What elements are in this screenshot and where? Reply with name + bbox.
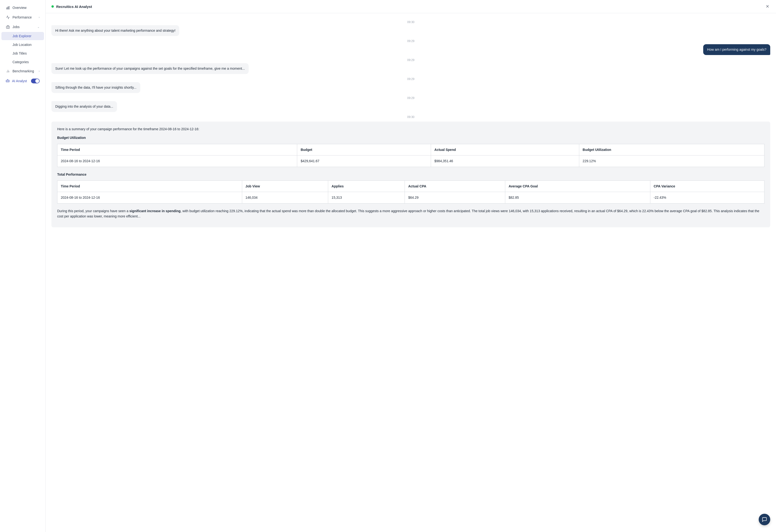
sidebar-item-jobs[interactable]: Jobs ⌄ xyxy=(1,22,44,31)
summary-intro: Here is a summary of your campaign perfo… xyxy=(57,126,764,132)
chevron-right-icon: › xyxy=(39,16,40,19)
chat-header: Recruitics AI Analyst ✕ xyxy=(46,0,776,13)
sidebar-item-ai-analyst[interactable]: AI Analyst xyxy=(1,76,44,86)
message-3: Sure! Let me look up the performance of … xyxy=(51,63,770,74)
cell-period-1: 2024-08-16 to 2024-12-16 xyxy=(57,156,297,167)
message-bubble-4: Sifting through the data, I'll have your… xyxy=(51,82,140,93)
cell-period-2: 2024-08-16 to 2024-12-16 xyxy=(57,192,242,203)
message-1: Hi there! Ask me anything about your tal… xyxy=(51,25,770,36)
budget-utilization-table: Time Period Budget Actual Spend Budget U… xyxy=(57,144,764,167)
sidebar-item-overview[interactable]: Overview xyxy=(1,3,44,12)
sidebar-item-overview-label: Overview xyxy=(12,6,26,10)
sidebar-item-categories[interactable]: Categories xyxy=(1,58,44,66)
sidebar-item-job-explorer[interactable]: Job Explorer xyxy=(1,32,44,40)
cell-applies: 15,313 xyxy=(328,192,405,203)
chevron-down-icon: ⌄ xyxy=(37,25,40,29)
timestamp-1: 09:30 xyxy=(51,20,770,24)
message-bubble-1: Hi there! Ask me anything about your tal… xyxy=(51,25,179,36)
sidebar-item-performance-label: Performance xyxy=(12,15,32,19)
svg-rect-1 xyxy=(8,7,8,9)
briefcase-icon xyxy=(6,25,10,29)
online-indicator xyxy=(51,5,54,8)
close-button[interactable]: ✕ xyxy=(765,3,770,10)
message-4: Sifting through the data, I'll have your… xyxy=(51,82,770,93)
message-bubble-5: Digging into the analysis of your data..… xyxy=(51,101,117,112)
message-bubble-2: How am I performing against my goals? xyxy=(703,44,770,55)
chat-title: Recruitics AI Analyst xyxy=(56,5,92,9)
col-applies: Applies xyxy=(328,180,405,192)
col-avg-cpa-goal: Average CPA Goal xyxy=(505,180,650,192)
svg-point-12 xyxy=(8,81,9,81)
svg-rect-2 xyxy=(9,6,9,9)
sidebar-item-job-location-label: Job Location xyxy=(12,43,31,47)
cell-avg-cpa-goal: $82.85 xyxy=(505,192,650,203)
sidebar-item-job-titles-label: Job Titles xyxy=(12,51,27,55)
main-panel: Recruitics AI Analyst ✕ 09:30 Hi there! … xyxy=(46,0,776,532)
cell-budget-util: 229.12% xyxy=(579,156,764,167)
col-time-period-1: Time Period xyxy=(57,144,297,155)
col-cpa-variance: CPA Variance xyxy=(650,180,764,192)
benchmark-icon xyxy=(6,69,10,73)
sidebar-item-jobs-label: Jobs xyxy=(12,25,20,29)
robot-icon xyxy=(6,79,10,83)
svg-rect-3 xyxy=(6,26,9,28)
timestamp-3: 09:29 xyxy=(51,58,770,62)
bar-chart-icon xyxy=(6,6,10,10)
svg-point-11 xyxy=(7,81,7,81)
timestamp-6: 09:30 xyxy=(51,115,770,119)
sidebar-item-job-titles[interactable]: Job Titles xyxy=(1,49,44,57)
summary-conclusion: During this period, your campaigns have … xyxy=(57,208,764,219)
chat-messages-container: 09:30 Hi there! Ask me anything about yo… xyxy=(46,13,776,532)
chart-line-icon xyxy=(6,15,10,19)
col-job-view: Job View xyxy=(242,180,328,192)
timestamp-5: 09:29 xyxy=(51,97,770,100)
col-actual-spend: Actual Spend xyxy=(431,144,579,155)
timestamp-2: 09:29 xyxy=(51,39,770,43)
col-actual-cpa: Actual CPA xyxy=(405,180,505,192)
sidebar-item-categories-label: Categories xyxy=(12,60,29,64)
total-performance-title: Total Performance xyxy=(57,172,764,177)
message-2: How am I performing against my goals? xyxy=(51,44,770,55)
table-row: 2024-08-16 to 2024-12-16 $429,641.67 $98… xyxy=(57,156,764,167)
fab-chat-button[interactable] xyxy=(759,514,770,525)
col-budget: Budget xyxy=(297,144,431,155)
cell-job-view: 146,034 xyxy=(242,192,328,203)
cell-actual-spend: $984,351.46 xyxy=(431,156,579,167)
chevron-right-icon-2: › xyxy=(39,69,40,73)
col-budget-utilization: Budget Utilization xyxy=(579,144,764,155)
timestamp-4: 09:29 xyxy=(51,77,770,81)
cell-actual-cpa: $64.29 xyxy=(405,192,505,203)
cell-budget: $429,641.67 xyxy=(297,156,431,167)
svg-rect-7 xyxy=(6,80,9,82)
sidebar: Overview Performance › Jobs ⌄ Job Explor… xyxy=(0,0,46,532)
sidebar-item-job-explorer-label: Job Explorer xyxy=(12,34,31,38)
summary-block: Here is a summary of your campaign perfo… xyxy=(51,122,770,227)
cell-cpa-variance: -22.43% xyxy=(650,192,764,203)
sidebar-item-ai-analyst-label: AI Analyst xyxy=(12,79,27,83)
sidebar-item-benchmarking[interactable]: Benchmarking › xyxy=(1,66,44,76)
sidebar-item-performance[interactable]: Performance › xyxy=(1,13,44,22)
message-bubble-3: Sure! Let me look up the performance of … xyxy=(51,63,249,74)
sidebar-item-job-location[interactable]: Job Location xyxy=(1,41,44,49)
svg-point-8 xyxy=(7,79,8,79)
sidebar-item-benchmarking-label: Benchmarking xyxy=(12,69,34,73)
table-row: 2024-08-16 to 2024-12-16 146,034 15,313 … xyxy=(57,192,764,203)
col-time-period-2: Time Period xyxy=(57,180,242,192)
budget-utilization-title: Budget Utilization xyxy=(57,135,764,140)
total-performance-table: Time Period Job View Applies Actual CPA … xyxy=(57,180,764,203)
message-5: Digging into the analysis of your data..… xyxy=(51,101,770,112)
svg-rect-0 xyxy=(6,8,7,9)
ai-analyst-toggle[interactable] xyxy=(31,78,40,83)
